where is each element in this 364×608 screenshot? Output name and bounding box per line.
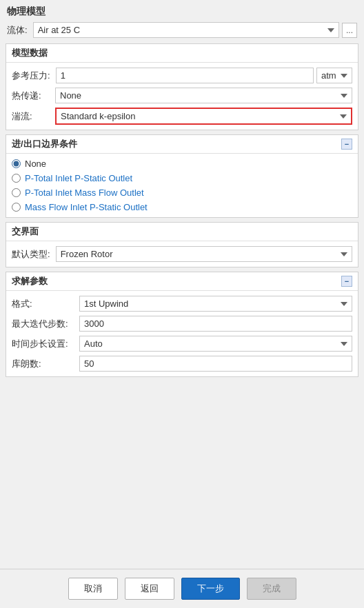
boundary-body: None P-Total Inlet P-Static Outlet P-Tot… [6,154,358,217]
format-select[interactable]: 1st Upwind [79,296,352,312]
main-content: 模型数据 参考压力: atm 热传递: None [0,41,364,569]
boundary-radio-2[interactable] [12,188,21,197]
more-button[interactable]: ... [342,23,357,38]
krylov-row: 库朗数: [12,354,352,374]
krylov-input[interactable] [79,356,352,372]
boundary-radio-1[interactable] [12,174,21,183]
timestep-select[interactable]: Auto [79,336,352,352]
boundary-title: 进/出口边界条件 [12,138,77,150]
max-iter-row: 最大迭代步数: [12,314,352,334]
next-button[interactable]: 下一步 [181,578,240,600]
interface-type-label: 默认类型: [12,248,50,261]
boundary-option-3: Mass Flow Inlet P-Static Outlet [12,200,352,214]
fluid-select-wrap: Air at 25 C ... [33,22,357,38]
boundary-option-2: P-Total Inlet Mass Flow Outlet [12,185,352,200]
model-data-header: 模型数据 [6,44,358,63]
boundary-label-2: P-Total Inlet Mass Flow Outlet [25,188,144,198]
panel-title: 物理模型 [7,6,357,18]
bottom-bar: 取消 返回 下一步 完成 [0,569,364,608]
fluid-label: 流体: [7,24,28,37]
timestep-label: 时间步长设置: [12,338,74,350]
turbulence-row: 湍流: Standard k-epsilon [12,105,352,127]
fluid-select[interactable]: Air at 25 C [33,22,339,38]
max-iter-label: 最大迭代步数: [12,318,74,330]
turbulence-select[interactable]: Standard k-epsilon [55,108,352,125]
interface-type-row: 默认类型: Frozen Rotor [12,244,352,264]
boundary-collapse-btn[interactable]: − [341,139,352,150]
back-button[interactable]: 返回 [125,578,174,600]
fluid-row: 流体: Air at 25 C ... [7,22,357,38]
pressure-unit-select[interactable]: atm [316,68,352,83]
solver-body: 格式: 1st Upwind 最大迭代步数: 时间步长设置: Auto [6,291,358,376]
format-row: 格式: 1st Upwind [12,294,352,314]
solver-title: 求解参数 [12,275,48,287]
pressure-input[interactable] [56,68,314,83]
heat-row: 热传递: None [12,85,352,105]
physics-model-panel: 物理模型 流体: Air at 25 C ... 模型数据 参考压力: [0,0,364,608]
boundary-label-1: P-Total Inlet P-Static Outlet [25,173,132,183]
boundary-label-3: Mass Flow Inlet P-Static Outlet [25,202,148,212]
finish-button[interactable]: 完成 [247,578,296,600]
cancel-button[interactable]: 取消 [68,578,118,600]
turbulence-label: 湍流: [12,110,50,123]
model-data-block: 模型数据 参考压力: atm 热传递: None [6,43,358,130]
heat-select[interactable]: None [55,88,352,103]
boundary-block: 进/出口边界条件 − None P-Total Inlet P-Static O… [6,134,358,218]
max-iter-input[interactable] [79,316,352,332]
boundary-header: 进/出口边界条件 − [6,135,358,154]
boundary-option-1: P-Total Inlet P-Static Outlet [12,171,352,185]
interface-block: 交界面 默认类型: Frozen Rotor [6,222,358,267]
boundary-radio-0[interactable] [12,159,21,168]
heat-label: 热传递: [12,90,50,102]
boundary-option-0: None [12,156,352,171]
solver-collapse-btn[interactable]: − [341,276,352,287]
boundary-radio-3[interactable] [12,203,21,212]
model-data-inner: 参考压力: atm 热传递: None [6,63,358,130]
format-label: 格式: [12,298,74,310]
timestep-row: 时间步长设置: Auto [12,334,352,354]
interface-inner: 默认类型: Frozen Rotor [6,241,358,267]
interface-type-select[interactable]: Frozen Rotor [56,246,352,262]
interface-header: 交界面 [6,223,358,241]
top-header: 物理模型 流体: Air at 25 C ... [0,0,364,41]
pressure-label: 参考压力: [12,70,50,82]
boundary-label-0: None [25,159,46,169]
pressure-row: 参考压力: atm [12,65,352,85]
krylov-label: 库朗数: [12,358,74,370]
solver-block: 求解参数 − 格式: 1st Upwind 最大迭代步数: 时 [6,272,358,377]
pressure-input-wrap: atm [56,68,352,83]
solver-header: 求解参数 − [6,272,358,291]
